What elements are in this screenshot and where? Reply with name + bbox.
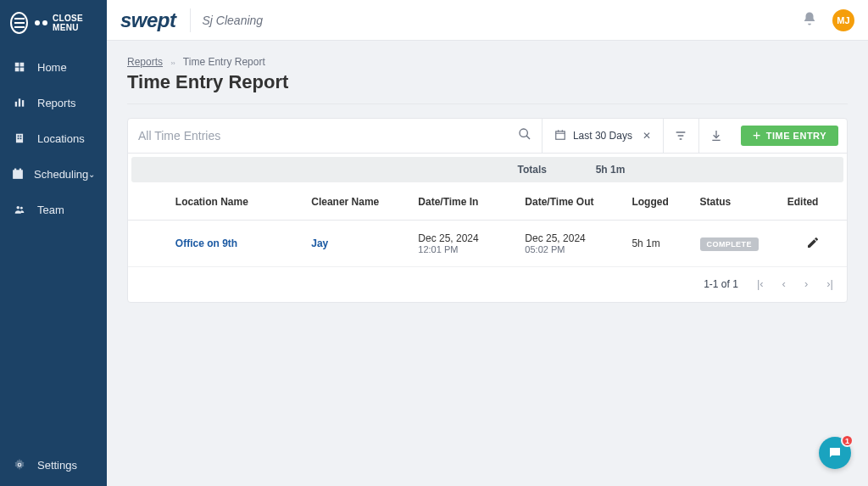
svg-point-16 bbox=[20, 207, 23, 209]
team-icon bbox=[12, 202, 27, 217]
col-cleaner: Cleaner Name bbox=[303, 182, 409, 221]
status-cell: COMPLETE bbox=[692, 221, 779, 267]
svg-rect-10 bbox=[18, 137, 19, 139]
svg-rect-1 bbox=[20, 63, 25, 67]
filter-button[interactable] bbox=[663, 119, 698, 153]
sidebar-item-label: Scheduling bbox=[34, 168, 88, 181]
totals-row: Totals 5h 1m bbox=[131, 157, 843, 182]
notifications-button[interactable] bbox=[802, 11, 817, 30]
reports-icon bbox=[12, 95, 27, 110]
svg-rect-4 bbox=[15, 102, 17, 107]
svg-rect-2 bbox=[15, 68, 19, 72]
table-row: Office on 9th Jay Dec 25, 2024 12:01 PM … bbox=[128, 221, 847, 267]
sidebar-item-team[interactable]: Team bbox=[0, 192, 107, 227]
sidebar-header: CLOSE MENU bbox=[0, 0, 107, 46]
avatar[interactable]: MJ bbox=[832, 9, 854, 31]
search-cell bbox=[128, 119, 542, 153]
plus-icon: + bbox=[753, 128, 761, 143]
nav: Home Reports Locations Scheduling ⌄ Te bbox=[0, 46, 107, 486]
chat-button[interactable]: 1 bbox=[819, 437, 851, 469]
breadcrumb: Reports ›› Time Entry Report bbox=[127, 56, 848, 68]
divider bbox=[190, 8, 191, 32]
clear-date-icon[interactable]: ✕ bbox=[643, 130, 651, 142]
search-input[interactable] bbox=[138, 129, 518, 142]
sidebar-item-label: Reports bbox=[37, 97, 76, 109]
sidebar-item-home[interactable]: Home bbox=[0, 49, 107, 85]
sidebar-item-label: Settings bbox=[37, 459, 77, 472]
page-next-button[interactable]: › bbox=[804, 277, 808, 290]
chat-badge: 1 bbox=[841, 434, 854, 447]
breadcrumb-current: Time Entry Report bbox=[183, 56, 265, 68]
close-menu-label: CLOSE MENU bbox=[53, 14, 98, 32]
svg-rect-8 bbox=[18, 136, 19, 137]
logged-cell: 5h 1m bbox=[623, 221, 691, 267]
dt-in-cell: Dec 25, 2024 12:01 PM bbox=[409, 221, 516, 267]
sidebar-item-label: Team bbox=[37, 204, 64, 216]
gear-icon bbox=[12, 457, 27, 472]
totals-label: Totals bbox=[131, 164, 564, 176]
svg-point-15 bbox=[17, 206, 20, 209]
svg-rect-20 bbox=[556, 131, 565, 138]
sidebar-item-settings[interactable]: Settings bbox=[0, 447, 107, 486]
edit-button[interactable] bbox=[779, 221, 847, 267]
cleaner-link[interactable]: Jay bbox=[303, 221, 409, 267]
download-button[interactable] bbox=[698, 119, 734, 153]
col-logged: Logged bbox=[623, 182, 691, 221]
svg-line-19 bbox=[526, 136, 530, 139]
svg-rect-11 bbox=[20, 137, 22, 139]
chevron-down-icon: ⌄ bbox=[88, 170, 95, 179]
report-card: Last 30 Days ✕ + TIME ENTRY Totals 5h 1m bbox=[127, 118, 848, 303]
dt-out-cell: Dec 25, 2024 05:02 PM bbox=[516, 221, 623, 267]
pagination: 1-1 of 1 |‹ ‹ › ›| bbox=[128, 267, 847, 302]
topbar: swept Sj Cleaning MJ bbox=[107, 0, 868, 41]
sidebar: CLOSE MENU Home Reports Locations Schedu… bbox=[0, 0, 107, 486]
svg-rect-7 bbox=[16, 134, 23, 143]
pagination-label: 1-1 of 1 bbox=[704, 278, 738, 290]
svg-rect-6 bbox=[22, 100, 24, 107]
calendar-icon bbox=[554, 129, 566, 143]
col-dt-out: Date/Time Out bbox=[516, 182, 623, 221]
filter-row: Last 30 Days ✕ + TIME ENTRY bbox=[128, 119, 847, 154]
date-range-filter[interactable]: Last 30 Days ✕ bbox=[542, 119, 663, 153]
page-last-button[interactable]: ›| bbox=[826, 277, 833, 290]
menu-toggle-button[interactable] bbox=[10, 12, 28, 34]
search-icon[interactable] bbox=[518, 127, 531, 144]
svg-rect-12 bbox=[14, 170, 23, 178]
col-edited: Edited bbox=[779, 182, 847, 221]
table-header-row: Location Name Cleaner Name Date/Time In … bbox=[128, 182, 847, 221]
locations-icon bbox=[12, 131, 27, 146]
page-title: Time Entry Report bbox=[127, 71, 848, 104]
sidebar-item-locations[interactable]: Locations bbox=[0, 120, 107, 156]
breadcrumb-sep: ›› bbox=[170, 59, 175, 67]
content: Reports ›› Time Entry Report Time Entry … bbox=[107, 41, 868, 486]
status-badge: COMPLETE bbox=[700, 237, 759, 251]
sidebar-item-label: Locations bbox=[37, 132, 85, 145]
account-name: Sj Cleaning bbox=[203, 14, 264, 27]
col-status: Status bbox=[692, 182, 779, 221]
svg-point-18 bbox=[520, 129, 527, 137]
svg-rect-0 bbox=[15, 63, 19, 67]
breadcrumb-root[interactable]: Reports bbox=[127, 56, 163, 68]
totals-logged: 5h 1m bbox=[564, 164, 657, 176]
svg-rect-5 bbox=[19, 98, 20, 106]
location-link[interactable]: Office on 9th bbox=[167, 221, 303, 267]
indicator-dots bbox=[35, 20, 47, 25]
main: swept Sj Cleaning MJ Reports ›› Time Ent… bbox=[107, 0, 868, 486]
sidebar-item-reports[interactable]: Reports bbox=[0, 85, 107, 120]
page-first-button[interactable]: |‹ bbox=[757, 277, 764, 290]
date-range-label: Last 30 Days bbox=[573, 130, 632, 142]
sidebar-item-label: Home bbox=[37, 61, 67, 74]
svg-rect-14 bbox=[19, 169, 20, 170]
sidebar-item-scheduling[interactable]: Scheduling ⌄ bbox=[0, 156, 107, 192]
svg-rect-3 bbox=[20, 68, 25, 72]
brand-logo: swept bbox=[120, 8, 176, 32]
col-location: Location Name bbox=[167, 182, 303, 221]
home-icon bbox=[12, 59, 27, 75]
primary-btn-label: TIME ENTRY bbox=[766, 131, 826, 141]
new-time-entry-button[interactable]: + TIME ENTRY bbox=[741, 126, 838, 146]
page-prev-button[interactable]: ‹ bbox=[782, 277, 786, 290]
svg-rect-9 bbox=[20, 136, 22, 137]
calendar-icon bbox=[12, 166, 24, 182]
svg-rect-13 bbox=[15, 169, 16, 170]
col-dt-in: Date/Time In bbox=[409, 182, 516, 221]
